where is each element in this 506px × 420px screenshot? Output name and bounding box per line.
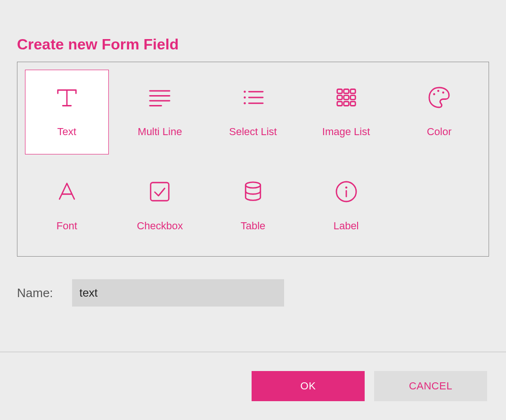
dialog-footer: OK CANCEL xyxy=(0,352,506,420)
ok-button[interactable]: OK xyxy=(252,371,365,401)
table-icon xyxy=(239,178,267,206)
svg-rect-14 xyxy=(343,96,349,100)
imagelist-icon xyxy=(332,83,360,112)
create-form-field-dialog: Create new Form Field Text Multi Line xyxy=(0,0,506,420)
field-tile-color[interactable]: Color xyxy=(397,70,481,154)
dialog-title: Create new Form Field xyxy=(17,36,489,53)
svg-rect-18 xyxy=(350,102,355,106)
name-row: Name: xyxy=(17,279,489,307)
svg-rect-22 xyxy=(151,183,169,201)
field-tile-label-type[interactable]: Label xyxy=(304,164,388,249)
field-tile-multiline[interactable]: Multi Line xyxy=(118,70,202,154)
field-tile-label: Table xyxy=(241,220,266,232)
svg-point-19 xyxy=(433,93,435,95)
field-tile-label: Image List xyxy=(322,126,370,138)
field-tile-selectlist[interactable]: Select List xyxy=(211,70,295,154)
selectlist-icon xyxy=(239,83,267,112)
field-tile-checkbox[interactable]: Checkbox xyxy=(118,164,202,249)
svg-point-25 xyxy=(345,186,347,188)
name-label: Name: xyxy=(17,286,53,300)
svg-point-20 xyxy=(437,90,439,92)
field-type-grid: Text Multi Line xyxy=(17,62,489,257)
font-icon xyxy=(53,178,81,206)
field-tile-table[interactable]: Table xyxy=(211,164,295,249)
svg-point-6 xyxy=(244,102,246,105)
field-tile-font[interactable]: Font xyxy=(25,164,109,249)
field-tile-label: Multi Line xyxy=(138,126,182,138)
svg-rect-17 xyxy=(343,102,349,106)
field-tile-label: Color xyxy=(427,126,452,138)
svg-rect-16 xyxy=(337,102,342,106)
svg-rect-12 xyxy=(350,89,355,94)
multiline-icon xyxy=(146,83,174,112)
field-tile-label: Font xyxy=(57,220,77,232)
info-icon xyxy=(332,178,360,206)
field-tile-label: Checkbox xyxy=(137,220,183,232)
svg-rect-15 xyxy=(350,96,355,100)
palette-icon xyxy=(425,83,453,112)
svg-point-5 xyxy=(244,97,246,99)
svg-point-23 xyxy=(245,182,261,188)
field-tile-label: Select List xyxy=(229,126,277,138)
checkbox-icon xyxy=(146,178,174,206)
svg-point-21 xyxy=(442,91,444,93)
cancel-button[interactable]: CANCEL xyxy=(374,371,487,401)
svg-point-4 xyxy=(244,90,246,93)
svg-rect-13 xyxy=(337,96,342,100)
svg-rect-10 xyxy=(337,89,342,94)
field-tile-label: Label xyxy=(334,220,359,232)
field-tile-label: Text xyxy=(57,126,76,138)
field-tile-imagelist[interactable]: Image List xyxy=(304,70,388,154)
field-tile-text[interactable]: Text xyxy=(25,70,109,154)
svg-rect-11 xyxy=(343,89,349,94)
text-icon xyxy=(53,83,81,112)
name-input[interactable] xyxy=(72,279,284,307)
